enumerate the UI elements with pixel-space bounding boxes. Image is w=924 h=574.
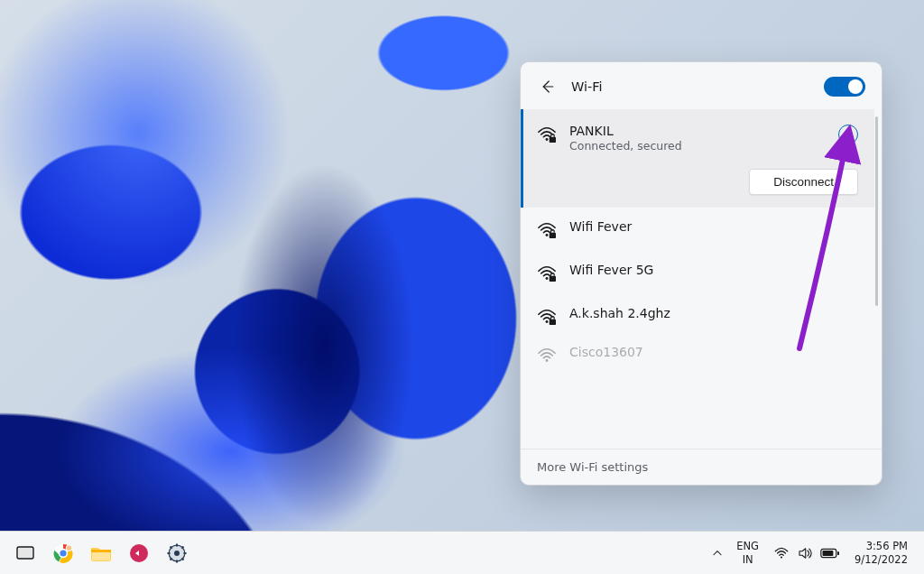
wifi-toggle[interactable] <box>824 77 865 97</box>
chrome-button[interactable] <box>47 537 79 569</box>
back-button[interactable] <box>535 75 559 98</box>
svg-point-17 <box>174 551 180 556</box>
svg-point-6 <box>546 320 549 323</box>
chevron-up-icon <box>711 547 724 560</box>
network-item[interactable]: Wifi Fever 5G <box>521 251 874 294</box>
taskbar: ENG IN 3:56 PM 9/12/2022 <box>0 531 924 574</box>
chrome-icon <box>52 542 74 564</box>
clock[interactable]: 3:56 PM 9/12/2022 <box>851 540 911 566</box>
language-line1: ENG <box>736 540 759 552</box>
network-name: Cisco13607 <box>569 345 858 359</box>
wifi-title: Wi-Fi <box>571 79 603 94</box>
network-name: Wifi Fever <box>569 219 858 234</box>
svg-rect-5 <box>550 276 556 282</box>
network-name: PANKIL <box>569 124 826 138</box>
volume-icon <box>797 545 813 561</box>
more-wifi-settings-link[interactable]: More Wi-Fi settings <box>521 449 882 485</box>
svg-rect-14 <box>92 552 110 560</box>
network-item[interactable]: A.k.shah 2.4ghz <box>521 294 874 338</box>
wifi-flyout: Wi-Fi PANKIL Connected <box>520 61 882 486</box>
folder-icon <box>89 542 113 564</box>
scrollbar[interactable] <box>875 116 878 306</box>
svg-rect-3 <box>550 233 556 238</box>
network-list: PANKIL Connected, secured i Disconnect <box>521 109 882 449</box>
svg-point-12 <box>60 549 68 557</box>
wifi-secured-icon <box>537 263 557 282</box>
circle-app-icon <box>128 542 150 564</box>
network-name: Wifi Fever 5G <box>569 263 858 277</box>
wifi-secured-icon <box>537 306 557 326</box>
disconnect-row: Disconnect <box>521 165 874 208</box>
svg-point-0 <box>546 138 549 141</box>
app-button[interactable] <box>123 537 155 569</box>
battery-icon <box>820 547 840 560</box>
clock-time: 3:56 PM <box>855 540 908 552</box>
wifi-secured-icon <box>537 124 557 144</box>
wifi-icon <box>537 345 557 365</box>
language-line2: IN <box>736 553 759 566</box>
svg-rect-10 <box>17 547 33 559</box>
svg-point-8 <box>546 359 549 362</box>
svg-point-2 <box>546 234 549 236</box>
wifi-secured-icon <box>537 219 557 239</box>
system-tray[interactable] <box>768 537 845 569</box>
arrow-left-icon <box>539 79 555 95</box>
svg-point-26 <box>781 556 782 558</box>
disconnect-button[interactable]: Disconnect <box>749 169 858 195</box>
svg-rect-29 <box>837 551 839 554</box>
file-explorer-button[interactable] <box>85 537 117 569</box>
network-name: A.k.shah 2.4ghz <box>569 306 858 320</box>
network-item[interactable]: Cisco13607 <box>521 338 874 365</box>
svg-point-4 <box>546 277 549 280</box>
network-properties-button[interactable]: i <box>838 125 858 144</box>
tray-overflow-button[interactable] <box>707 547 727 560</box>
taskview-icon <box>14 542 36 564</box>
svg-rect-28 <box>823 551 834 556</box>
gear-icon <box>166 542 188 564</box>
language-indicator[interactable]: ENG IN <box>733 540 762 566</box>
clock-date: 9/12/2022 <box>855 553 908 566</box>
network-status: Connected, secured <box>569 139 826 153</box>
settings-button[interactable] <box>161 537 193 569</box>
svg-rect-1 <box>550 137 556 143</box>
wifi-flyout-header: Wi-Fi <box>521 62 882 109</box>
svg-rect-7 <box>550 319 556 325</box>
taskview-button[interactable] <box>9 537 42 569</box>
network-item[interactable]: Wifi Fever <box>521 208 874 251</box>
network-item-connected[interactable]: PANKIL Connected, secured i <box>521 109 874 165</box>
svg-point-13 <box>66 544 72 551</box>
wifi-icon <box>773 545 790 561</box>
